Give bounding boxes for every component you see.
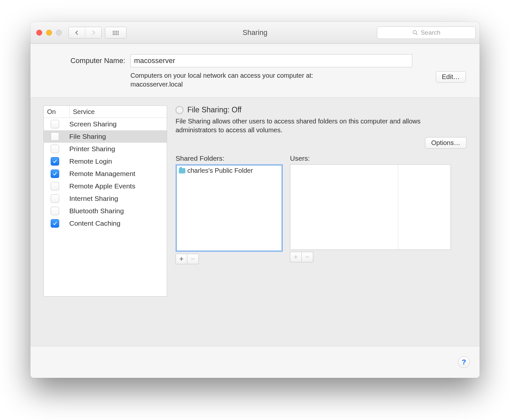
check-icon xyxy=(52,221,58,226)
minimize-window-button[interactable] xyxy=(46,30,52,36)
service-enable-checkbox[interactable] xyxy=(51,170,59,178)
service-row[interactable]: File Sharing xyxy=(44,130,167,143)
footer: ? xyxy=(30,346,480,378)
computer-name-section: Computer Name: Computers on your local n… xyxy=(30,44,480,98)
minus-icon: − xyxy=(305,253,310,261)
add-shared-folder-button[interactable]: + xyxy=(176,254,187,264)
check-icon xyxy=(52,171,58,176)
service-enable-checkbox[interactable] xyxy=(51,194,59,203)
services-table-header: On Service xyxy=(44,106,167,118)
svg-point-4 xyxy=(113,32,114,33)
users-add-remove: + − xyxy=(290,252,451,262)
preferences-window: Sharing Search Computer Name: Computers … xyxy=(30,22,480,378)
svg-point-10 xyxy=(116,34,117,35)
service-name: Remote Login xyxy=(66,157,167,165)
service-name: Remote Management xyxy=(66,170,167,178)
users-section: Users: + − xyxy=(290,154,451,264)
shared-folders-add-remove: + − xyxy=(176,254,283,264)
computer-name-input[interactable] xyxy=(130,54,412,67)
service-enable-checkbox[interactable] xyxy=(51,120,59,128)
svg-point-8 xyxy=(113,34,114,35)
svg-point-7 xyxy=(118,32,119,33)
svg-point-5 xyxy=(114,32,115,33)
service-status-title: File Sharing: Off xyxy=(187,105,242,114)
zoom-window-button[interactable] xyxy=(56,30,62,36)
service-row[interactable]: Remote Login xyxy=(44,155,167,168)
nav-back-forward xyxy=(68,27,102,39)
show-all-button[interactable] xyxy=(105,27,127,39)
service-row[interactable]: Bluetooth Sharing xyxy=(44,205,167,217)
service-name: File Sharing xyxy=(66,133,167,140)
service-status-description: File Sharing allows other users to acces… xyxy=(176,117,447,135)
remove-shared-folder-button[interactable]: − xyxy=(187,254,199,264)
svg-line-13 xyxy=(416,33,417,35)
service-enable-checkbox[interactable] xyxy=(51,219,59,228)
service-detail-pane: File Sharing: Off File Sharing allows ot… xyxy=(176,105,467,264)
service-name: Content Caching xyxy=(66,219,167,227)
titlebar: Sharing Search xyxy=(30,22,480,44)
svg-point-6 xyxy=(116,32,117,33)
service-name: Printer Sharing xyxy=(66,145,167,153)
close-window-button[interactable] xyxy=(36,30,42,36)
options-button[interactable]: Options… xyxy=(425,137,467,149)
search-field[interactable]: Search xyxy=(377,26,476,39)
service-row[interactable]: Remote Management xyxy=(44,168,167,180)
service-enable-checkbox[interactable] xyxy=(51,145,59,153)
chevron-right-icon xyxy=(91,30,96,35)
chevron-left-icon xyxy=(74,30,79,35)
computer-name-access-text: Computers on your local network can acce… xyxy=(130,71,366,89)
plus-icon: + xyxy=(179,255,184,263)
users-label: Users: xyxy=(290,154,451,162)
services-col-on: On xyxy=(44,106,70,118)
svg-point-1 xyxy=(114,31,115,32)
status-indicator-icon xyxy=(176,106,183,114)
service-name: Remote Apple Events xyxy=(66,182,167,190)
svg-point-3 xyxy=(118,31,119,32)
edit-hostname-button[interactable]: Edit… xyxy=(436,71,466,83)
users-list[interactable] xyxy=(290,164,451,250)
service-name: Screen Sharing xyxy=(66,120,167,128)
service-enable-checkbox[interactable] xyxy=(51,207,59,215)
content-area: On Service Screen SharingFile SharingPri… xyxy=(30,98,480,346)
service-enable-checkbox[interactable] xyxy=(51,132,59,141)
shared-folders-label: Shared Folders: xyxy=(176,154,283,162)
minus-icon: − xyxy=(191,255,195,263)
shared-folders-list[interactable]: charles's Public Folder xyxy=(176,164,283,252)
search-placeholder: Search xyxy=(421,29,440,36)
svg-point-9 xyxy=(114,34,115,35)
shared-folder-name: charles's Public Folder xyxy=(187,167,253,174)
svg-point-2 xyxy=(116,31,117,32)
service-enable-checkbox[interactable] xyxy=(51,182,59,190)
service-row[interactable]: Screen Sharing xyxy=(44,118,167,130)
back-button[interactable] xyxy=(69,27,85,38)
shared-folders-section: Shared Folders: charles's Public Folder … xyxy=(176,154,283,264)
add-user-button[interactable]: + xyxy=(290,252,302,262)
search-icon xyxy=(412,30,418,36)
window-controls xyxy=(34,30,65,36)
plus-icon: + xyxy=(294,253,298,261)
help-button[interactable]: ? xyxy=(458,356,470,368)
services-table: On Service Screen SharingFile SharingPri… xyxy=(43,105,167,297)
service-name: Internet Sharing xyxy=(66,195,167,202)
shared-folder-item[interactable]: charles's Public Folder xyxy=(177,166,281,176)
service-row[interactable]: Printer Sharing xyxy=(44,143,167,155)
check-icon xyxy=(52,159,58,164)
service-row[interactable]: Content Caching xyxy=(44,217,167,230)
folder-icon xyxy=(179,168,185,173)
service-enable-checkbox[interactable] xyxy=(51,157,59,166)
help-icon: ? xyxy=(462,358,466,366)
grid-icon xyxy=(112,30,119,35)
computer-name-label: Computer Name: xyxy=(43,57,125,65)
service-row[interactable]: Internet Sharing xyxy=(44,192,167,205)
service-row[interactable]: Remote Apple Events xyxy=(44,180,167,192)
forward-button[interactable] xyxy=(85,27,101,38)
svg-point-0 xyxy=(113,31,114,32)
service-name: Bluetooth Sharing xyxy=(66,207,167,215)
remove-user-button[interactable]: − xyxy=(302,252,313,262)
services-col-service: Service xyxy=(70,106,167,118)
svg-point-11 xyxy=(118,34,119,35)
